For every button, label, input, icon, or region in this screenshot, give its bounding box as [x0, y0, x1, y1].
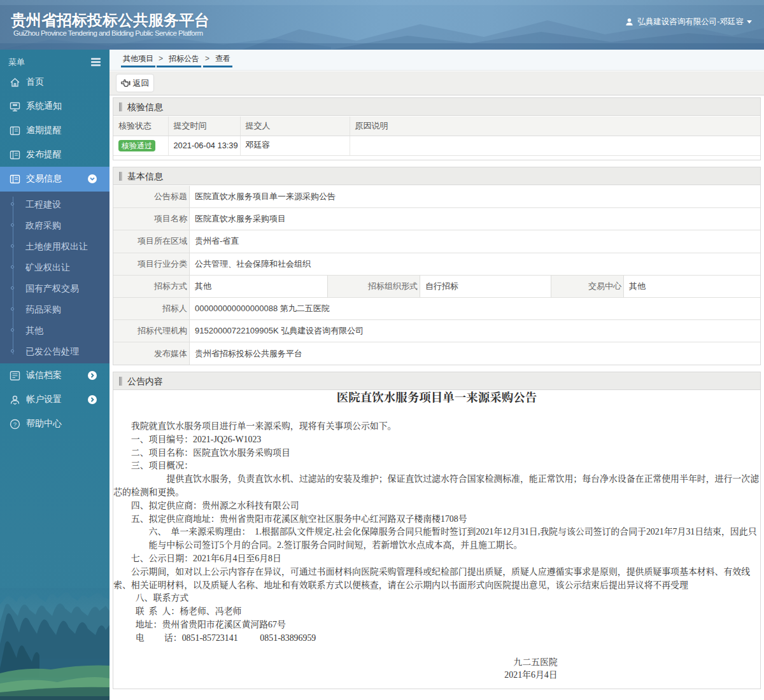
svg-text:?: ? — [13, 421, 17, 428]
